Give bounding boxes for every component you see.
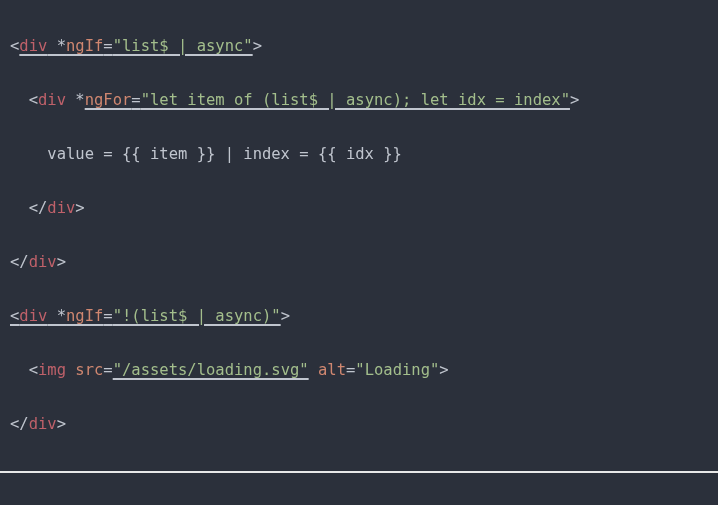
code-line: value = {{ item }} | index = {{ idx }} — [10, 141, 708, 168]
text: value = {{ item }} | index = {{ idx }} — [47, 145, 402, 163]
punct: < — [29, 361, 38, 379]
attr-ngif: ngIf — [66, 37, 103, 55]
punct: = — [103, 361, 112, 379]
punct: </ — [10, 253, 29, 271]
punct: = — [131, 91, 140, 109]
string: "Loading" — [355, 361, 439, 379]
indent — [10, 361, 29, 379]
code-line: <div *ngIf="list$ | async"> — [10, 33, 708, 60]
punct: > — [253, 37, 262, 55]
punct: * — [47, 37, 66, 55]
punct: > — [57, 415, 66, 433]
string: "list$ | async" — [113, 37, 253, 55]
tag-div: div — [47, 199, 75, 217]
code-line: </div> — [10, 249, 708, 276]
tag-div: div — [38, 91, 66, 109]
string: "/assets/loading.svg" — [113, 361, 309, 379]
tag-div: div — [19, 37, 47, 55]
code-block-bottom: <div *ngIf="list$ | async as list; else … — [0, 473, 718, 505]
tag-div: div — [29, 253, 57, 271]
string: "!(list$ | async)" — [113, 307, 281, 325]
indent — [10, 145, 47, 163]
punct — [309, 361, 318, 379]
punct: > — [570, 91, 579, 109]
attr-src: src — [75, 361, 103, 379]
punct: < — [29, 91, 38, 109]
punct: < — [10, 37, 19, 55]
punct — [66, 361, 75, 379]
attr-alt: alt — [318, 361, 346, 379]
punct: </ — [29, 199, 48, 217]
code-line: </div> — [10, 195, 708, 222]
punct: * — [66, 91, 85, 109]
punct: = — [103, 37, 112, 55]
punct: > — [281, 307, 290, 325]
punct: = — [103, 307, 112, 325]
tag-img: img — [38, 361, 66, 379]
code-line: </div> — [10, 411, 708, 438]
punct: > — [75, 199, 84, 217]
punct: < — [10, 307, 19, 325]
punct: = — [346, 361, 355, 379]
code-line: <img src="/assets/loading.svg" alt="Load… — [10, 357, 708, 384]
attr-ngfor: ngFor — [85, 91, 132, 109]
code-line: <div *ngFor="let item of (list$ | async)… — [10, 87, 708, 114]
code-line: <div *ngIf="!(list$ | async)"> — [10, 303, 708, 330]
punct: </ — [10, 415, 29, 433]
punct: > — [57, 253, 66, 271]
indent — [10, 91, 29, 109]
punct: * — [47, 307, 66, 325]
string: "let item of (list$ | async); let idx = … — [141, 91, 570, 109]
punct: > — [439, 361, 448, 379]
attr-ngif: ngIf — [66, 307, 103, 325]
tag-div: div — [19, 307, 47, 325]
code-block-top: <div *ngIf="list$ | async"> <div *ngFor=… — [0, 0, 718, 471]
tag-div: div — [29, 415, 57, 433]
indent — [10, 199, 29, 217]
